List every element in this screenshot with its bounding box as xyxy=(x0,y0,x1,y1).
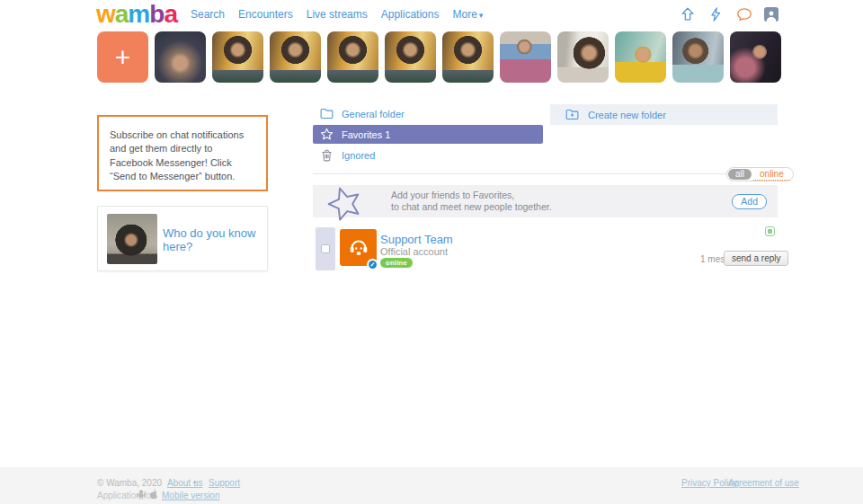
folder-favorites[interactable]: Favorites 1 xyxy=(313,125,543,144)
new-message-indicator-icon xyxy=(765,226,775,236)
folder-ignored-label: Ignored xyxy=(342,150,375,161)
wamba-page: wamba Search Encounters Live streams App… xyxy=(0,0,863,504)
profile-thumbnail[interactable] xyxy=(442,31,494,83)
profile-thumbnail[interactable] xyxy=(500,31,551,83)
support-link[interactable]: Support xyxy=(209,478,240,488)
support-headset-icon xyxy=(347,236,370,260)
folder-plus-icon xyxy=(565,107,580,122)
logo-letter: w xyxy=(96,0,115,29)
folder-general-label: General folder xyxy=(342,109,405,119)
trash-icon xyxy=(319,147,334,163)
logo-letter: b xyxy=(149,0,164,29)
profile-thumbnail[interactable] xyxy=(270,31,321,83)
header-icon-group xyxy=(680,6,778,22)
add-friends-button[interactable]: Add xyxy=(732,194,767,209)
about-us-link[interactable]: About us xyxy=(167,478,202,488)
nav-more-label: More xyxy=(452,8,476,21)
nav-applications[interactable]: Applications xyxy=(381,8,440,21)
profile-thumbnail[interactable] xyxy=(672,31,724,83)
chat-row-select-bar[interactable] xyxy=(316,227,335,270)
mobile-version-link[interactable]: Mobile version xyxy=(162,491,219,500)
messenger-promo-text: Subscribe on chat notifications and get … xyxy=(110,129,244,181)
verified-badge-icon: ✓ xyxy=(367,259,378,270)
lightning-icon[interactable] xyxy=(707,6,724,22)
logo-letter: a xyxy=(164,0,177,29)
logo-letter: a xyxy=(115,0,129,29)
application-for-label: Application for: xyxy=(97,491,156,500)
chat-row-checkbox[interactable] xyxy=(321,244,330,253)
arrow-up-icon[interactable] xyxy=(680,6,696,22)
profile-thumbnail[interactable] xyxy=(615,31,666,83)
create-new-folder-label: Create new folder xyxy=(588,110,666,120)
content-divider xyxy=(313,173,728,174)
apple-icon xyxy=(149,489,158,500)
profile-thumbnail[interactable] xyxy=(385,31,436,83)
chevron-down-icon: ▾ xyxy=(479,11,484,20)
profile-thumbnail[interactable] xyxy=(557,31,609,83)
agreement-link[interactable]: Agreement of use xyxy=(728,478,799,488)
nav-more[interactable]: More▾ xyxy=(452,8,483,21)
all-online-toggle: all online xyxy=(726,167,794,181)
nav-encounters[interactable]: Encounters xyxy=(238,8,293,21)
favorites-banner: Add your friends to Favorites, to chat a… xyxy=(313,185,778,217)
chat-bubble-icon[interactable] xyxy=(736,6,752,22)
support-team-name-link[interactable]: Support Team xyxy=(380,233,453,246)
favorites-banner-text: Add your friends to Favorites, to chat a… xyxy=(391,190,552,213)
official-account-label: Official account xyxy=(380,246,448,257)
profile-thumbnail[interactable] xyxy=(155,31,206,83)
who-do-you-know-box[interactable]: Who do you know here? xyxy=(97,206,268,271)
android-icon xyxy=(137,490,146,500)
folder-favorites-label: Favorites 1 xyxy=(342,129,390,140)
filter-online-button[interactable]: online xyxy=(753,169,790,181)
who-do-you-know-link[interactable]: Who do you know here? xyxy=(163,207,267,272)
top-navigation: Search Encounters Live streams Applicati… xyxy=(191,0,483,29)
profile-thumbnail[interactable] xyxy=(327,31,378,83)
banner-line-1: Add your friends to Favorites, xyxy=(391,190,552,201)
folder-ignored[interactable]: Ignored xyxy=(313,146,543,164)
wamba-logo[interactable]: wamba xyxy=(96,0,177,29)
nav-live-streams[interactable]: Live streams xyxy=(307,8,368,21)
suggested-profile-photo[interactable] xyxy=(107,214,157,264)
chevron-up-icon: ▴ xyxy=(193,478,197,485)
filter-all-button[interactable]: all xyxy=(728,169,752,180)
big-star-icon xyxy=(325,183,363,221)
add-photo-tile[interactable]: + xyxy=(97,31,148,83)
profile-thumbnail[interactable] xyxy=(730,31,781,83)
banner-line-2: to chat and meet new people together. xyxy=(391,201,552,213)
photo-strip: + xyxy=(97,31,781,83)
profile-thumbnail[interactable] xyxy=(212,31,263,83)
folder-icon xyxy=(319,106,334,121)
send-reply-button[interactable]: send a reply xyxy=(724,251,788,266)
online-status-badge: online xyxy=(380,258,413,268)
create-new-folder-button[interactable]: Create new folder xyxy=(550,104,778,125)
profile-icon[interactable] xyxy=(764,7,778,22)
folder-general[interactable]: General folder xyxy=(313,104,543,123)
logo-letter: m xyxy=(128,0,149,29)
star-icon xyxy=(319,127,334,142)
messenger-promo-box: Subscribe on chat notifications and get … xyxy=(97,115,268,191)
plus-icon: + xyxy=(115,44,131,71)
nav-search[interactable]: Search xyxy=(191,8,225,21)
copyright-text: © Wamba, 2020 xyxy=(97,478,162,488)
footer: © Wamba, 2020 About us ▴ Support Privacy… xyxy=(0,467,863,504)
